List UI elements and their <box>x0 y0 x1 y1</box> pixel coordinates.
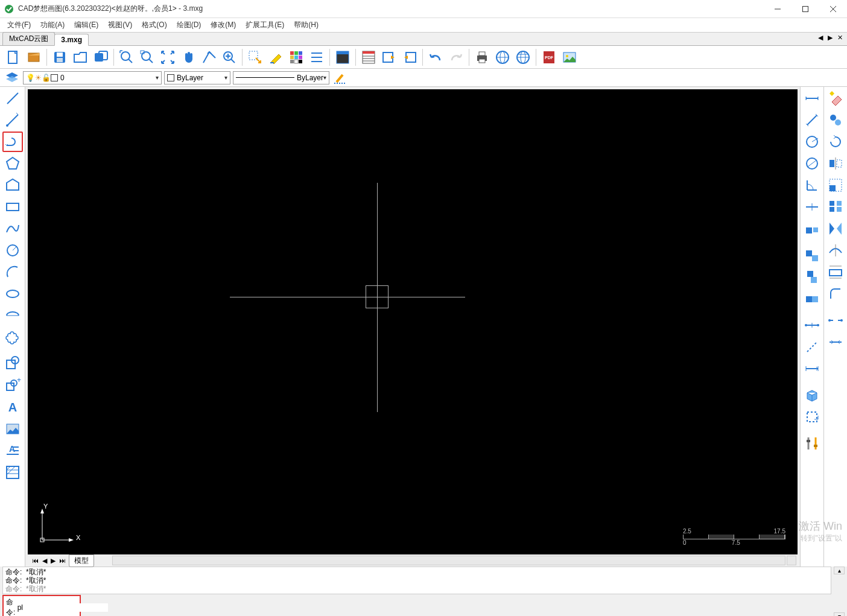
polyline-button[interactable] <box>2 132 23 152</box>
horizontal-scrollbar[interactable] <box>112 556 785 565</box>
properties-button[interactable] <box>359 48 378 67</box>
menu-edit[interactable]: 编辑(E) <box>69 19 103 31</box>
divide-h-button[interactable] <box>802 315 822 335</box>
layout-prev-icon[interactable]: ◀ <box>40 557 49 565</box>
mirror-button[interactable] <box>825 153 846 174</box>
layer-manager-icon[interactable] <box>4 71 21 85</box>
zoom-all-button[interactable] <box>158 48 177 67</box>
array-path-button[interactable] <box>802 267 822 287</box>
dim-aligned-button[interactable] <box>802 110 822 130</box>
scroll-right-button[interactable] <box>787 556 796 565</box>
menu-draw[interactable]: 绘图(D) <box>172 19 206 31</box>
menu-view[interactable]: 视图(V) <box>103 19 137 31</box>
dim-angular-button[interactable] <box>802 175 822 195</box>
color-grid-button[interactable] <box>287 48 306 67</box>
menu-modify[interactable]: 修改(M) <box>206 19 241 31</box>
scale-button[interactable] <box>825 175 846 195</box>
tab-prev-icon[interactable]: ◀ <box>816 34 825 42</box>
dim-radius-button[interactable] <box>802 132 822 152</box>
color-combo[interactable]: ByLayer ▾ <box>164 71 230 84</box>
save-button[interactable] <box>50 48 69 67</box>
web-button[interactable] <box>493 48 512 67</box>
ellipse-arc-button[interactable] <box>2 305 23 326</box>
array-polar-button[interactable] <box>802 245 822 265</box>
print-button[interactable] <box>472 48 492 67</box>
block-insert-button[interactable]: + <box>2 375 23 396</box>
redo-button[interactable] <box>446 48 466 67</box>
tab-3mxg[interactable]: 3.mxg <box>54 34 89 46</box>
highlight-button[interactable] <box>266 48 285 67</box>
new-file-button[interactable] <box>4 48 23 67</box>
export-button[interactable] <box>379 48 399 67</box>
divide-button[interactable] <box>802 337 822 357</box>
trim-button[interactable] <box>825 240 846 261</box>
block-button[interactable] <box>2 354 23 374</box>
extend-button[interactable] <box>825 262 846 282</box>
lineweight-icon[interactable] <box>332 71 349 85</box>
break-h-button[interactable] <box>825 310 846 331</box>
web2-button[interactable] <box>513 48 533 67</box>
tab-next-icon[interactable]: ▶ <box>826 34 834 42</box>
rotate-button[interactable] <box>825 132 846 152</box>
zoom-previous-button[interactable] <box>199 48 218 67</box>
list-button[interactable] <box>307 48 326 67</box>
rectangle-button[interactable] <box>2 197 23 217</box>
zoom-extents-button[interactable] <box>117 48 136 67</box>
scroll-down-icon[interactable]: ▾ <box>834 612 845 616</box>
region-button[interactable] <box>802 407 822 427</box>
measure-button[interactable] <box>802 358 822 379</box>
select-button[interactable] <box>246 48 265 67</box>
hatch-button[interactable] <box>2 462 23 483</box>
box3d-button[interactable] <box>802 385 822 405</box>
window-dark-button[interactable] <box>333 48 352 67</box>
text-button[interactable]: A <box>2 397 23 418</box>
pdf-button[interactable]: PDF <box>539 48 559 67</box>
new-template-button[interactable] <box>24 48 43 67</box>
pan-button[interactable] <box>179 48 198 67</box>
menu-format[interactable]: 格式(O) <box>137 19 171 31</box>
flip-button[interactable] <box>825 218 846 239</box>
stretch-button[interactable] <box>825 197 846 217</box>
menu-file[interactable]: 文件(F) <box>2 19 36 31</box>
settings-button[interactable] <box>802 433 822 454</box>
array-copy-button[interactable] <box>802 288 822 309</box>
arc-button[interactable] <box>2 262 23 282</box>
layout-first-icon[interactable]: ⏮ <box>30 557 40 564</box>
layer-combo[interactable]: 💡 ☀ 🔓 0 ▾ <box>23 71 162 84</box>
line-button[interactable] <box>2 88 23 109</box>
layout-tab-model[interactable]: 模型 <box>69 554 94 567</box>
save-as-button[interactable] <box>91 48 110 67</box>
spline-button[interactable] <box>2 218 23 239</box>
command-input[interactable] <box>17 603 108 612</box>
eraser-button[interactable] <box>825 88 846 109</box>
dim-arc-button[interactable] <box>802 197 822 217</box>
layout-next-icon[interactable]: ▶ <box>49 557 57 565</box>
dim-diameter-button[interactable] <box>802 153 822 174</box>
image-button[interactable] <box>560 48 579 67</box>
dim-linear-button[interactable] <box>802 88 822 109</box>
ellipse-button[interactable] <box>2 284 23 304</box>
import-button[interactable] <box>400 48 419 67</box>
tab-mxcad-cloud[interactable]: MxCAD云图 <box>2 32 55 45</box>
scroll-up-icon[interactable]: ▴ <box>834 567 845 574</box>
drawing-canvas[interactable]: Y X 2.517.5 07.5 <box>28 89 798 554</box>
minimize-button[interactable] <box>764 0 791 18</box>
mtext-button[interactable]: A <box>2 440 23 461</box>
menu-function[interactable]: 功能(A) <box>36 19 69 31</box>
close-button[interactable] <box>819 0 847 18</box>
image-insert-button[interactable] <box>2 419 23 439</box>
zoom-realtime-button[interactable] <box>220 48 239 67</box>
menu-ext[interactable]: 扩展工具(E) <box>241 19 289 31</box>
open-button[interactable] <box>71 48 90 67</box>
tab-close-icon[interactable]: ✕ <box>836 34 845 42</box>
circle-button[interactable] <box>2 240 23 261</box>
polygon-button[interactable] <box>2 153 23 174</box>
linetype-combo[interactable]: ByLayer ▾ <box>233 71 329 84</box>
fillet-button[interactable] <box>825 284 846 304</box>
xline-button[interactable] <box>2 110 23 130</box>
undo-button[interactable] <box>426 48 445 67</box>
menu-help[interactable]: 帮助(H) <box>289 19 323 31</box>
layout-last-icon[interactable]: ⏭ <box>57 557 68 564</box>
cmd-scrollbar[interactable]: ▴ ▾ <box>834 567 845 616</box>
join-button[interactable] <box>825 332 846 352</box>
